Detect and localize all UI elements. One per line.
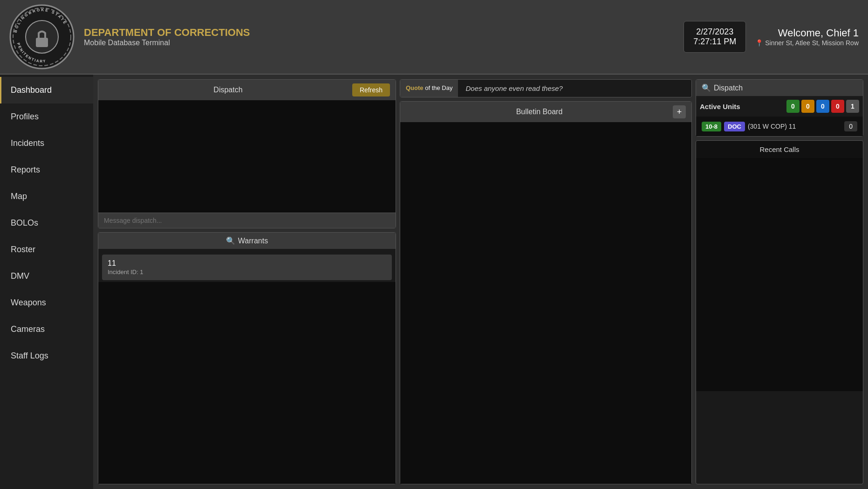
recent-calls-header: Recent Calls <box>696 141 863 158</box>
dispatch-header: Dispatch Refresh <box>98 80 396 100</box>
count-green: 0 <box>786 100 800 113</box>
sidebar-item-profiles[interactable]: Profiles <box>0 103 93 130</box>
sidebar-item-dashboard[interactable]: Dashboard <box>0 77 93 103</box>
unit-list: 10-8 DOC (301 W COP) 11 0 <box>696 117 863 136</box>
warrant-item[interactable]: 11 Incident ID: 1 <box>102 255 392 280</box>
sidebar: Dashboard Profiles Incidents Reports Map… <box>0 75 93 489</box>
warrants-list: 11 Incident ID: 1 <box>98 249 396 282</box>
count-blue: 0 <box>816 100 829 113</box>
unit-row[interactable]: 10-8 DOC (301 W COP) 11 0 <box>698 118 861 134</box>
sidebar-item-map[interactable]: Map <box>0 183 93 210</box>
content-area: Dispatch Refresh 🔍 Warrants 11 Incident … <box>93 75 868 489</box>
unit-counts: 0 0 0 0 1 <box>786 100 859 113</box>
warrants-box: 🔍 Warrants 11 Incident ID: 1 <box>98 232 396 484</box>
sidebar-item-weapons[interactable]: Weapons <box>0 289 93 316</box>
sidebar-item-bolos[interactable]: BOLOs <box>0 210 93 236</box>
sidebar-item-staff-logs[interactable]: Staff Logs <box>0 343 93 369</box>
middle-panel: Quote of the Day Does anyone even read t… <box>400 79 692 484</box>
current-time: 7:27:11 PM <box>693 37 736 47</box>
active-units-label: Active Units <box>700 103 740 110</box>
bulletin-body <box>400 122 691 484</box>
unit-name: (301 W COP) 11 <box>748 123 841 130</box>
location-text: 📍 Sinner St, Atlee St, Mission Row <box>755 39 859 47</box>
welcome-text: Welcome, Chief 1 <box>755 27 859 39</box>
active-units-row: Active Units 0 0 0 0 1 <box>696 96 863 117</box>
bulletin-box: Bulletin Board + <box>400 101 692 484</box>
count-red: 0 <box>831 100 844 113</box>
refresh-button[interactable]: Refresh <box>352 83 390 96</box>
sidebar-item-cameras[interactable]: Cameras <box>0 316 93 343</box>
warrant-id: 11 <box>108 259 386 268</box>
svg-rect-3 <box>36 38 48 47</box>
svg-point-2 <box>26 21 58 53</box>
unit-calls: 0 <box>844 121 857 131</box>
search-icon-right: 🔍 <box>702 83 711 92</box>
search-icon: 🔍 <box>226 236 235 245</box>
sidebar-item-incidents[interactable]: Incidents <box>0 130 93 157</box>
dispatch-body <box>98 100 396 213</box>
dispatch-title: Dispatch <box>104 86 352 94</box>
header-title: DEPARTMENT OF CORRECTIONS Mobile Databas… <box>84 27 674 47</box>
count-orange: 0 <box>801 100 814 113</box>
add-bulletin-button[interactable]: + <box>673 105 686 118</box>
header: BOLINGBROKE STATE PENITENTIARY DEPARTMEN… <box>0 0 868 75</box>
sidebar-item-dmv[interactable]: DMV <box>0 263 93 289</box>
left-panel: Dispatch Refresh 🔍 Warrants 11 Incident … <box>98 79 396 484</box>
quote-text: Does anyone even read these? <box>458 80 691 97</box>
sidebar-item-roster[interactable]: Roster <box>0 236 93 263</box>
quote-label: Quote of the Day <box>400 80 458 97</box>
warrants-title: Warrants <box>238 237 268 245</box>
warrants-body <box>98 282 396 484</box>
active-units-header: 🔍 Dispatch <box>696 80 863 96</box>
dept-name: DEPARTMENT OF CORRECTIONS <box>84 27 674 39</box>
warrant-incident-id: Incident ID: 1 <box>108 269 386 275</box>
dispatch-right-title: 🔍 Dispatch <box>702 83 743 92</box>
recent-calls-box: Recent Calls <box>696 140 863 484</box>
recent-calls-body <box>696 158 863 391</box>
subtitle: Mobile Database Terminal <box>84 39 674 47</box>
unit-dept: DOC <box>724 122 745 131</box>
logo: BOLINGBROKE STATE PENITENTIARY <box>9 4 75 69</box>
header-datetime: 2/27/2023 7:27:11 PM <box>683 21 746 53</box>
dispatch-box: Dispatch Refresh <box>98 79 396 228</box>
quote-highlight: Quote <box>406 84 424 91</box>
warrants-header: 🔍 Warrants <box>98 233 396 249</box>
unit-status: 10-8 <box>702 122 721 131</box>
count-total: 1 <box>846 100 859 113</box>
active-units-box: 🔍 Dispatch Active Units 0 0 0 0 1 <box>696 79 863 137</box>
pin-icon: 📍 <box>755 39 763 47</box>
recent-calls-title: Recent Calls <box>759 145 799 153</box>
current-date: 2/27/2023 <box>693 27 736 37</box>
main-container: Dashboard Profiles Incidents Reports Map… <box>0 75 868 489</box>
header-welcome: Welcome, Chief 1 📍 Sinner St, Atlee St, … <box>755 27 859 47</box>
right-panel: 🔍 Dispatch Active Units 0 0 0 0 1 <box>696 79 863 484</box>
dispatch-input[interactable] <box>98 213 396 228</box>
bulletin-header: Bulletin Board + <box>400 102 691 122</box>
quote-bar: Quote of the Day Does anyone even read t… <box>400 79 692 97</box>
sidebar-item-reports[interactable]: Reports <box>0 157 93 183</box>
bulletin-title: Bulletin Board <box>406 108 673 116</box>
